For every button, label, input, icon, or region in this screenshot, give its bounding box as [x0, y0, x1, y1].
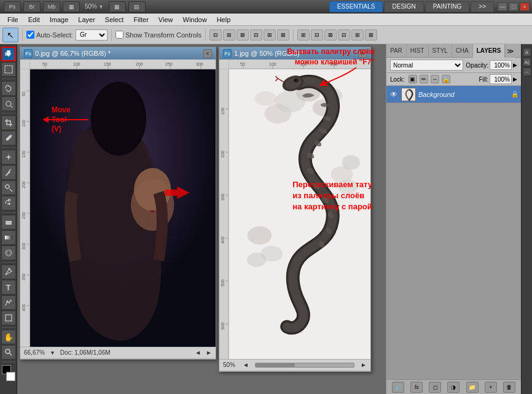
- menu-edit[interactable]: Edit: [23, 14, 45, 26]
- menu-layer[interactable]: Layer: [73, 14, 100, 26]
- tool-sep-3: [2, 147, 15, 148]
- move-tool-btn[interactable]: ↖: [2, 28, 18, 42]
- align-middle-btn[interactable]: ⊞: [264, 29, 276, 41]
- align-bottom-btn[interactable]: ⊠: [277, 29, 289, 41]
- menu-filter[interactable]: Filter: [128, 14, 153, 26]
- shape-tool[interactable]: [1, 311, 16, 325]
- dist-v-btn[interactable]: ⊟: [311, 29, 323, 41]
- rsb-btn-2[interactable]: A|: [523, 58, 531, 66]
- close-button[interactable]: ×: [520, 2, 530, 11]
- opacity-input[interactable]: [490, 60, 512, 70]
- dist-btn5[interactable]: ⊞: [351, 29, 364, 41]
- align-group: ⊟ ⊞ ⊠ ⊟ ⊞ ⊠: [209, 29, 289, 41]
- doc1-title[interactable]: Ps 0.jpg @ 66,7% (RGB/8) * ×: [20, 47, 216, 60]
- dist-btn4[interactable]: ⊟: [338, 29, 350, 41]
- doc1-nav-left[interactable]: ◄: [195, 349, 201, 356]
- layer-background[interactable]: 👁 Background 🔒: [386, 86, 521, 103]
- eyedropper-tool[interactable]: [1, 131, 16, 145]
- marquee-tool[interactable]: [1, 62, 16, 77]
- doc2-canvas[interactable]: [229, 69, 370, 359]
- menu-window[interactable]: Window: [178, 14, 212, 26]
- gradient-tool[interactable]: [1, 230, 16, 245]
- tab-painting[interactable]: PAINTING: [425, 1, 469, 12]
- path-select-tool[interactable]: [1, 295, 16, 310]
- layer-thumbnail: [401, 88, 416, 101]
- panel-menu-btn[interactable]: ≫: [505, 44, 515, 58]
- eraser-tool[interactable]: [1, 215, 16, 230]
- minimize-button[interactable]: —: [498, 2, 507, 11]
- delete-layer-btn[interactable]: 🗑: [503, 382, 515, 393]
- doc1-close[interactable]: ×: [203, 49, 212, 58]
- menu-view[interactable]: View: [154, 14, 178, 26]
- crop-tool[interactable]: [1, 115, 16, 130]
- brush-tool[interactable]: [1, 165, 16, 180]
- tab-essentials[interactable]: ESSENTIALS: [329, 1, 383, 12]
- blur-tool[interactable]: [1, 245, 16, 260]
- tab-par[interactable]: PAR: [386, 44, 407, 58]
- zoom-tool[interactable]: [1, 345, 16, 360]
- doc2-scroll-left[interactable]: ◄: [243, 361, 249, 368]
- menu-image[interactable]: Image: [45, 14, 74, 26]
- pen-tool[interactable]: [1, 265, 16, 279]
- fill-input[interactable]: [490, 74, 512, 84]
- healing-tool[interactable]: [1, 150, 16, 164]
- blend-mode-select[interactable]: Normal: [390, 60, 463, 71]
- tab-layers[interactable]: LAYERS: [473, 44, 506, 58]
- rsb-btn-3[interactable]: →: [523, 68, 531, 76]
- dist-btn3[interactable]: ⊠: [324, 29, 337, 41]
- lock-all-btn[interactable]: 🔒: [442, 75, 450, 83]
- hand-tool[interactable]: ✋: [1, 330, 16, 344]
- layer-eye-icon[interactable]: 👁: [389, 90, 399, 99]
- dist-h-btn[interactable]: ⊞: [297, 29, 310, 41]
- br-icon[interactable]: Br: [23, 1, 41, 12]
- lock-paint-btn[interactable]: ✏: [420, 75, 428, 83]
- clone-tool[interactable]: [1, 180, 16, 195]
- lasso-tool[interactable]: [1, 81, 16, 96]
- dist-btn6[interactable]: ⊠: [365, 29, 377, 41]
- type-tool[interactable]: T: [1, 280, 16, 295]
- doc1-canvas[interactable]: [30, 69, 216, 347]
- tab-more[interactable]: >>: [471, 1, 494, 12]
- menu-file[interactable]: File: [2, 14, 23, 26]
- layout-icon[interactable]: ▦: [109, 1, 126, 12]
- arrange-icon[interactable]: ▤: [128, 1, 146, 12]
- adjustment-layer-btn[interactable]: ◑: [447, 382, 460, 393]
- opacity-arrow[interactable]: ▶: [513, 62, 517, 68]
- new-group-btn[interactable]: 📁: [466, 382, 479, 393]
- tab-hist[interactable]: HIST: [407, 44, 429, 58]
- doc2-title[interactable]: Ps 1.jpg @ 50% (RGB/8) * ×: [219, 47, 370, 60]
- group-select[interactable]: Gr Layer: [76, 29, 108, 41]
- tab-design[interactable]: DESIGN: [384, 1, 423, 12]
- layer-fx-btn[interactable]: fx: [410, 382, 423, 393]
- rsb-btn-1[interactable]: A: [523, 48, 531, 56]
- auto-select-checkbox[interactable]: [26, 31, 34, 39]
- menu-help[interactable]: Help: [212, 14, 236, 26]
- align-right-btn[interactable]: ⊠: [237, 29, 249, 41]
- link-layers-btn[interactable]: 🔗: [392, 382, 404, 393]
- add-mask-btn[interactable]: ◻: [429, 382, 441, 393]
- show-transform-checkbox[interactable]: [115, 31, 123, 39]
- doc2-scrollbar[interactable]: [255, 363, 354, 368]
- move-tool[interactable]: [1, 47, 16, 61]
- lock-transparency-btn[interactable]: ▣: [409, 75, 417, 83]
- align-center-btn[interactable]: ⊞: [223, 29, 235, 41]
- align-left-btn[interactable]: ⊟: [209, 29, 222, 41]
- fill-arrow[interactable]: ▶: [513, 76, 517, 82]
- quick-select-tool[interactable]: [1, 96, 16, 111]
- svg-point-92: [338, 179, 358, 194]
- tab-styl[interactable]: STYL: [429, 44, 452, 58]
- maximize-button[interactable]: □: [509, 2, 518, 11]
- new-layer-btn[interactable]: +: [485, 382, 497, 393]
- history-brush[interactable]: [1, 196, 16, 211]
- lock-position-btn[interactable]: ↔: [431, 75, 439, 83]
- mb-icon[interactable]: Mb: [43, 1, 60, 12]
- layer-background-name: Background: [418, 91, 509, 98]
- align-top-btn[interactable]: ⊟: [250, 29, 262, 41]
- doc2-close[interactable]: ×: [358, 49, 367, 58]
- background-color[interactable]: [6, 372, 15, 381]
- doc1-nav-right[interactable]: ►: [206, 349, 212, 356]
- doc2-scroll-right[interactable]: ►: [361, 361, 367, 368]
- view-icon[interactable]: ▦: [63, 1, 80, 12]
- tab-cha[interactable]: CHA: [452, 44, 473, 58]
- menu-select[interactable]: Select: [100, 14, 129, 26]
